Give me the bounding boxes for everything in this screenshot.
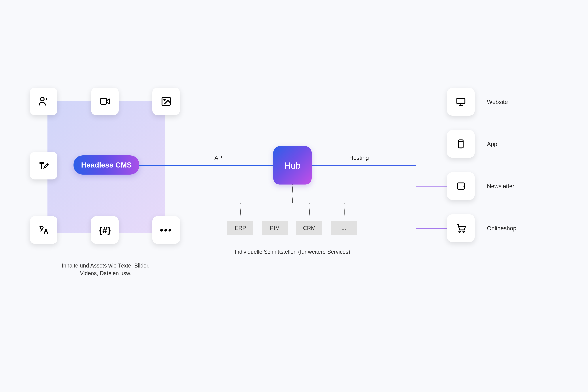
service-label: ERP xyxy=(235,225,246,231)
hub-node: Hub xyxy=(273,146,312,184)
svc-drop-2 xyxy=(275,203,275,221)
api-connector-line xyxy=(139,165,273,166)
user-star-icon xyxy=(30,88,58,115)
service-erp: ERP xyxy=(228,221,254,235)
hub-label: Hub xyxy=(284,160,300,170)
ellipsis-glyph: ••• xyxy=(160,225,172,235)
svg-point-3 xyxy=(164,99,165,100)
hosting-connector-line xyxy=(312,165,416,166)
cms-caption: Inhalte und Assets wie Texte, Bilder, Vi… xyxy=(50,262,161,277)
mobile-icon xyxy=(447,130,475,158)
hash-icon: {#} xyxy=(91,216,119,244)
api-label: API xyxy=(214,155,224,161)
service-label: ... xyxy=(342,225,346,231)
output-label-app: App xyxy=(487,141,497,148)
output-label-newsletter: Newsletter xyxy=(487,183,514,190)
cms-label: Headless CMS xyxy=(81,161,132,169)
output-branch-3 xyxy=(416,186,447,186)
service-more: ... xyxy=(331,221,357,235)
hub-caption: Individuelle Schnittstellen (für weitere… xyxy=(230,248,355,256)
output-branch-2 xyxy=(416,144,447,144)
diagram-canvas: {#} ••• Headless CMS Inhalte und Assets … xyxy=(0,0,588,392)
tablet-icon xyxy=(447,172,475,200)
video-camera-icon xyxy=(91,88,119,115)
output-bracket-vertical xyxy=(416,102,416,229)
output-branch-4 xyxy=(416,228,447,229)
hub-service-rail xyxy=(240,203,344,203)
svg-point-10 xyxy=(463,231,464,232)
text-edit-icon xyxy=(30,152,58,180)
monitor-icon xyxy=(447,88,475,116)
svg-rect-1 xyxy=(100,98,107,104)
image-icon xyxy=(152,88,180,115)
svg-point-0 xyxy=(40,97,44,101)
headless-cms-node: Headless CMS xyxy=(74,156,139,174)
output-label-onlineshop: Onlineshop xyxy=(487,225,516,232)
cart-icon xyxy=(447,214,475,242)
hub-service-stem xyxy=(292,184,293,203)
translate-icon xyxy=(30,216,58,244)
svc-drop-3 xyxy=(309,203,310,221)
svg-point-9 xyxy=(459,231,460,232)
service-label: CRM xyxy=(303,225,316,231)
output-label-website: Website xyxy=(487,99,508,105)
svg-rect-4 xyxy=(457,98,465,104)
hosting-label: Hosting xyxy=(349,155,369,161)
service-pim: PIM xyxy=(262,221,288,235)
service-label: PIM xyxy=(270,225,280,231)
output-branch-1 xyxy=(416,102,447,102)
svc-drop-4 xyxy=(344,203,344,221)
more-icon: ••• xyxy=(152,216,180,244)
svc-drop-1 xyxy=(240,203,241,221)
service-crm: CRM xyxy=(296,221,322,235)
hash-glyph: {#} xyxy=(99,225,111,235)
